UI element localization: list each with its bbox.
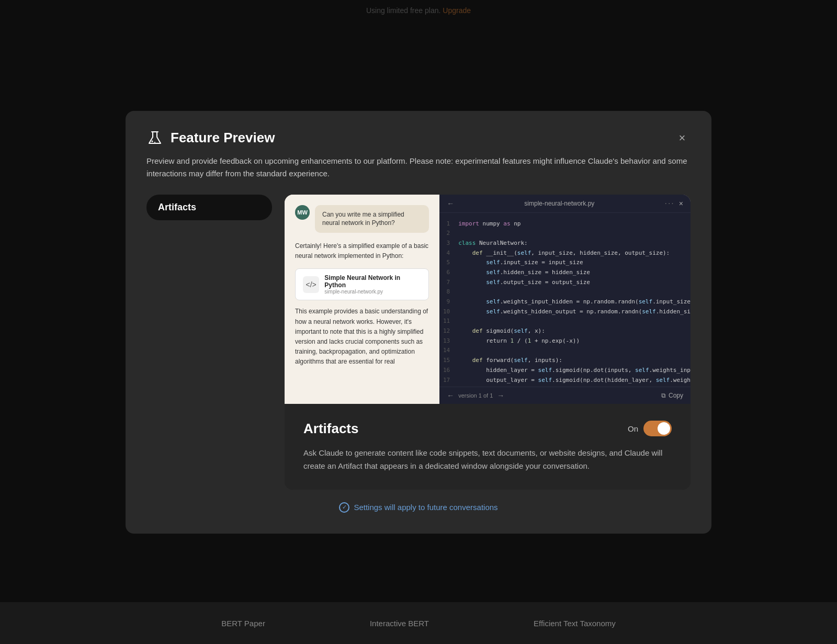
modal-overlay: Feature Preview × Preview and provide fe…	[0, 0, 837, 644]
code-footer: ← version 1 of 1 → ⧉ Copy	[439, 387, 691, 404]
description-card: Artifacts On Ask Claude to generate cont…	[285, 404, 691, 490]
artifact-filename: simple-neural-network.py	[324, 289, 421, 295]
user-initials: MW	[297, 209, 308, 216]
code-line: 14	[439, 346, 691, 356]
sidebar-item-artifacts[interactable]: Artifacts	[146, 195, 272, 220]
code-line: 17 output_layer = self.sigmoid(np.dot(hi…	[439, 376, 691, 386]
preview-card: MW Can you write me a simplified neural …	[285, 195, 691, 404]
code-navigation: ← version 1 of 1 →	[447, 391, 504, 400]
user-bubble: Can you write me a simplified neural net…	[315, 205, 429, 233]
settings-icon: ✓	[339, 502, 349, 513]
feature-header: Artifacts On	[303, 421, 672, 437]
modal-header: Feature Preview ×	[146, 130, 691, 146]
code-line: 12 def sigmoid(self, x):	[439, 326, 691, 336]
modal-description: Preview and provide feedback on upcoming…	[146, 155, 691, 180]
code-line: 7 self.output_size = output_size	[439, 278, 691, 288]
bottom-bar: BERT Paper Interactive BERT Efficient Te…	[0, 602, 837, 644]
code-line: 11	[439, 317, 691, 326]
assistant-intro: Certainly! Here's a simplified example o…	[295, 241, 429, 261]
sidebar-item-label: Artifacts	[158, 202, 196, 212]
code-line: 10 self.weights_hidden_output = np.rando…	[439, 307, 691, 317]
assistant-followup: This example provides a basic understand…	[295, 307, 429, 367]
next-version-icon[interactable]: →	[497, 391, 504, 400]
settings-text: Settings will apply to future conversati…	[354, 503, 497, 512]
code-line: 8	[439, 287, 691, 297]
artifacts-toggle[interactable]	[643, 421, 672, 436]
modal-title-row: Feature Preview	[146, 130, 275, 146]
code-panel-header: ← simple-neural-network.py ··· ×	[439, 195, 691, 213]
copy-button[interactable]: ⧉ Copy	[661, 392, 683, 399]
code-line: 3class NeuralNetwork:	[439, 239, 691, 248]
code-line: 16 hidden_layer = self.sigmoid(np.dot(in…	[439, 366, 691, 376]
code-bracket-icon: </>	[306, 280, 316, 289]
prev-version-icon[interactable]: ←	[447, 391, 454, 400]
code-line: 9 self.weights_input_hidden = np.random.…	[439, 297, 691, 307]
modal-title: Feature Preview	[171, 130, 275, 146]
flask-icon	[146, 130, 163, 146]
close-button[interactable]: ×	[674, 130, 691, 146]
modal-body: Artifacts MW Can you write me a simplifi…	[146, 195, 691, 490]
code-line: 5 self.input_size = input_size	[439, 258, 691, 268]
code-line: 4 def __init__(self, input_size, hidden_…	[439, 248, 691, 258]
svg-point-1	[154, 142, 155, 143]
user-avatar: MW	[295, 205, 310, 220]
bottom-bar-item-efficient-text: Efficient Text Taxonomy	[534, 619, 616, 628]
chat-pane: MW Can you write me a simplified neural …	[285, 195, 439, 404]
user-message: MW Can you write me a simplified neural …	[295, 205, 429, 233]
code-icon: </>	[303, 276, 319, 293]
toggle-label: On	[628, 424, 638, 433]
sidebar: Artifacts	[146, 195, 272, 490]
code-close-icon[interactable]: ×	[679, 199, 683, 208]
svg-point-0	[152, 140, 153, 142]
toggle-row: On	[628, 421, 672, 436]
code-line: 1import numpy as np	[439, 219, 691, 229]
code-line: 2	[439, 229, 691, 239]
code-content: 1import numpy as np23class NeuralNetwork…	[439, 213, 691, 387]
code-filename: simple-neural-network.py	[524, 200, 594, 207]
modal-footer: ✓ Settings will apply to future conversa…	[146, 502, 691, 513]
copy-icon: ⧉	[661, 392, 666, 399]
artifact-info: Simple Neural Network in Python simple-n…	[324, 274, 421, 295]
bottom-bar-item-interactive-bert: Interactive BERT	[370, 619, 429, 628]
code-line: 13 return 1 / (1 + np.exp(-x))	[439, 336, 691, 346]
back-nav-icon[interactable]: ←	[447, 199, 454, 208]
code-header-actions: ··· ×	[664, 199, 683, 208]
code-line: 15 def forward(self, inputs):	[439, 356, 691, 366]
feature-title: Artifacts	[303, 421, 358, 437]
artifact-title: Simple Neural Network in Python	[324, 274, 421, 289]
code-panel: ← simple-neural-network.py ··· × 1import…	[439, 195, 691, 404]
modal: Feature Preview × Preview and provide fe…	[126, 111, 711, 534]
bottom-bar-item-bert-paper: BERT Paper	[221, 619, 265, 628]
more-options-icon[interactable]: ···	[664, 199, 674, 208]
copy-label: Copy	[669, 392, 683, 399]
content-area: MW Can you write me a simplified neural …	[285, 195, 691, 490]
version-label: version 1 of 1	[458, 392, 493, 399]
feature-description: Ask Claude to generate content like code…	[303, 446, 672, 473]
code-line: 6 self.hidden_size = hidden_size	[439, 268, 691, 278]
artifact-card[interactable]: </> Simple Neural Network in Python simp…	[295, 268, 429, 300]
